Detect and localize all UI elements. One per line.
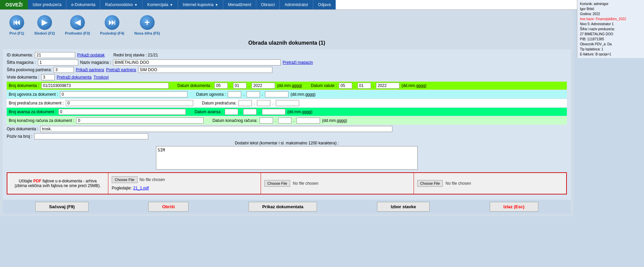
pretrazi-partnera-link[interactable]: Pretraži partnera <box>106 68 136 72</box>
pretrazi-dokumenta-link[interactable]: Pretraži dokumenta <box>57 75 92 80</box>
arrow-icon: ▼ <box>215 3 218 7</box>
choose-file-2-button[interactable]: Choose File <box>264 180 290 187</box>
datum-kon-y-input[interactable] <box>297 118 320 124</box>
vrste-input[interactable] <box>41 74 55 80</box>
last-icon: ⏭ <box>105 15 119 30</box>
broj-avansa-row: Broj avansa za dokument : Datum avansa :… <box>7 108 567 116</box>
datum-av-y-input[interactable] <box>262 109 285 115</box>
prikazi-podatak-link[interactable]: Prikaži podatak <box>77 53 105 57</box>
id-input[interactable] <box>35 52 75 58</box>
refresh-button[interactable]: OSVEŽI <box>0 0 28 9</box>
vrste-label: Vrste dokumenta : <box>7 75 39 80</box>
file-section: Učitajte PDF fajlove u e-dokumenta - arh… <box>7 172 567 194</box>
save-button[interactable]: Sačuvaj (F9) <box>35 202 89 212</box>
prev-button[interactable]: ◀ Prethodni (F3) <box>65 15 90 35</box>
datum-val-m-input[interactable] <box>358 83 371 89</box>
vrste-row: Vrste dokumenta : Pretraži dokumenta Tro… <box>7 74 567 80</box>
broj-predracuna-label: Broj predračuna za dokument : <box>9 101 64 105</box>
datum-dok-m-input[interactable] <box>233 83 247 89</box>
file-upload-cell-1: Choose File No file chosen Pogledajte: 2… <box>108 173 261 194</box>
broj-avansa-input[interactable] <box>58 109 186 115</box>
datum-av-m-input[interactable] <box>243 109 257 115</box>
last-button[interactable]: ⏭ Poslednji (F4) <box>100 15 124 35</box>
datum-ugovora-label: Datum ugovora : <box>196 92 226 97</box>
datum-ugovora-m-input[interactable] <box>247 91 260 97</box>
partner-name-input[interactable] <box>138 67 272 73</box>
delete-button[interactable]: Obriši <box>148 202 189 212</box>
nav-menadzment[interactable]: Menadžment <box>223 0 256 9</box>
user-info-panel: Korisnik: adminigor Igor Brbić Godina: 2… <box>577 0 644 58</box>
datum-predracuna-label: Datum predračuna: <box>202 101 236 105</box>
level: Nivo 5: Administrator 1 <box>580 21 641 27</box>
first-button[interactable]: ⏮ Prvi (F1) <box>9 15 24 35</box>
broj-predracuna-row: Broj predračuna za dokument : Datum pred… <box>7 99 567 107</box>
form-area: ID dokumenta: Prikaži podatak Redni broj… <box>3 49 571 200</box>
datum-val-d-input[interactable] <box>339 83 352 89</box>
datum-pred-m-input[interactable] <box>257 100 270 106</box>
datum-dok-d-input[interactable] <box>214 83 228 89</box>
broj-dokumenta-input[interactable] <box>41 83 169 89</box>
datum-kon-d-input[interactable] <box>260 118 273 124</box>
tip: Tip Isplatioca: 1 <box>580 47 641 52</box>
nav-racunovodstvo[interactable]: Računovodstvo ▼ <box>100 0 143 9</box>
bottom-bar: Sačuvaj (F9) Obriši Prikaz dokumentata I… <box>3 200 571 214</box>
sifra-partnera-input[interactable] <box>54 67 74 73</box>
datum-valute-label: Datum valute : <box>311 83 337 88</box>
naziv-magacina-label: Naziv magacina : <box>80 60 111 65</box>
nav-administrator[interactable]: Administrator <box>280 0 313 9</box>
new-icon: + <box>140 15 155 30</box>
prev-icon: ◀ <box>70 15 85 30</box>
naziv-magacina-input[interactable] <box>113 59 281 65</box>
sifra-magacina-input[interactable] <box>38 59 78 65</box>
toolbar: ⏮ Prvi (F1) ▶ Sledeći (F2) ◀ Prethodni (… <box>3 12 571 38</box>
id-row: ID dokumenta: Prikaži podatak Redni broj… <box>7 52 567 58</box>
page-title: Obrada ulaznih dokumenta (1) <box>3 40 571 46</box>
exit-button[interactable]: Izlaz (Esc) <box>490 202 538 212</box>
no-file-2-text: No file chosen <box>293 181 318 186</box>
choose-file-3-button[interactable]: Choose File <box>417 180 443 187</box>
datum-ugovora-format: (dd.mm.gggg) <box>290 92 316 97</box>
prikaz-button[interactable]: Prikaz dokumentata <box>249 202 317 212</box>
datum-ugovora-d-input[interactable] <box>228 91 241 97</box>
file-description: Učitajte PDF fajlove u e-dokumenta - arh… <box>7 173 108 194</box>
datum-avansa-label: Datum avansa : <box>195 109 223 114</box>
nav-izbor-preduzeca[interactable]: Izbor preduzeća <box>28 0 66 9</box>
datum-kon-m-input[interactable] <box>278 118 291 124</box>
pib: PIB: 111871385 <box>580 37 641 42</box>
redni-broj: Redni broj stavke : 21/21 <box>113 53 158 57</box>
datum-ugovora-y-input[interactable] <box>265 91 288 97</box>
choose-file-1-button[interactable]: Choose File <box>112 176 138 183</box>
nav-odjava[interactable]: Odjava <box>313 0 336 9</box>
datum-pred-d-input[interactable] <box>238 100 252 106</box>
datum-av-d-input[interactable] <box>225 109 238 115</box>
broj-konacnog-input[interactable] <box>76 118 204 124</box>
troskovi-link[interactable]: Troskovi <box>94 75 109 80</box>
additional-text-container: SIM <box>7 146 567 170</box>
izbor-button[interactable]: Izbor stavke <box>377 202 430 212</box>
broj-konacnog-row: Broj konačnog računa za dokument : Datum… <box>7 117 567 125</box>
new-button[interactable]: + Nova šifra (F5) <box>134 15 160 35</box>
datum-val-y-input[interactable] <box>376 83 399 89</box>
nav-komercijala[interactable]: Komercijala ▼ <box>143 0 178 9</box>
prikazi-partnera-link[interactable]: Prikaži partnera <box>76 68 104 72</box>
next-icon: ▶ <box>37 15 52 30</box>
poziv-input[interactable] <box>34 133 148 139</box>
broj-predracuna-input[interactable] <box>66 100 193 106</box>
db-name: Ime baze: Finansijskibiro_2022 <box>580 16 641 21</box>
pretrazi-magacin-link[interactable]: Pretraži magacin <box>283 60 313 65</box>
next-button[interactable]: ▶ Sledeći (F2) <box>34 15 55 35</box>
nav-obrasci[interactable]: Obrasci <box>256 0 280 9</box>
broj-ugovora-label: Broj ugovora za dokument : <box>9 92 58 97</box>
nav-edokumenta[interactable]: e-Dokumenta <box>66 0 100 9</box>
datum-dokumenta-label: Datum dokumenta : <box>177 83 213 88</box>
nav-internet-kupovina[interactable]: Internet kupovina ▼ <box>178 0 223 9</box>
file-link-1[interactable]: 21_1.pdf <box>133 186 149 190</box>
datum-pred-y-input[interactable] <box>276 100 299 106</box>
opis-input[interactable] <box>40 126 392 132</box>
datum-dok-y-input[interactable] <box>252 83 275 89</box>
dodatni-tekst-input[interactable]: SIM <box>156 146 418 170</box>
broj-ugovora-input[interactable] <box>60 91 187 97</box>
datum-av-format: (dd.mm.gggg) <box>287 109 313 114</box>
opis-label: Opis dokumenta : <box>7 127 38 131</box>
no-file-3-text: No file chosen <box>445 181 471 186</box>
